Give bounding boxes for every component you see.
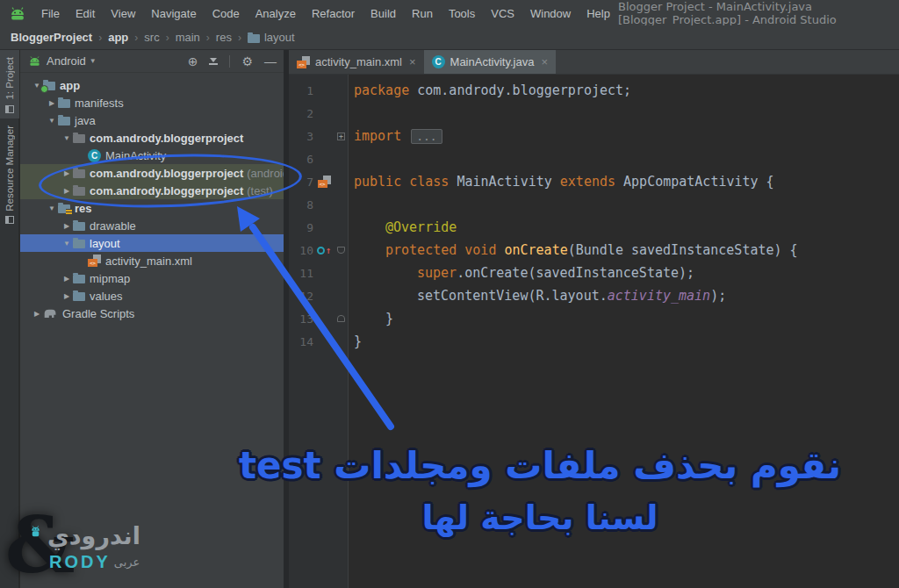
menu-file[interactable]: File bbox=[33, 7, 68, 20]
line-number: 7 bbox=[289, 176, 313, 189]
chevron-collapsed-icon[interactable]: ▶ bbox=[61, 222, 73, 230]
logo-arabic-small: عربى bbox=[114, 556, 140, 569]
res-folder-icon bbox=[58, 204, 70, 213]
code-token: activity_main bbox=[608, 288, 710, 304]
code-token: } bbox=[354, 333, 362, 349]
tree-item-java[interactable]: ▼java bbox=[20, 111, 284, 129]
chevron-expanded-icon[interactable]: ▼ bbox=[61, 134, 73, 142]
tree-item-app[interactable]: ▼app bbox=[20, 76, 284, 94]
tab-label: MainActivity.java bbox=[450, 55, 535, 68]
menu-view[interactable]: View bbox=[103, 7, 143, 20]
code-line-7: 7public class MainActivity extends AppCo… bbox=[289, 170, 899, 193]
app-module-folder-icon bbox=[43, 82, 55, 90]
menu-refactor[interactable]: Refactor bbox=[304, 7, 363, 20]
code-token: public class bbox=[354, 174, 457, 190]
fold-marker-icon[interactable] bbox=[337, 247, 345, 254]
menu-navigate[interactable]: Navigate bbox=[143, 7, 204, 20]
tree-item-res[interactable]: ▼res bbox=[20, 199, 284, 217]
code-text: super.onCreate(savedInstanceState); bbox=[348, 265, 694, 281]
tree-item-Gradle Scripts[interactable]: ▶Gradle Scripts bbox=[20, 305, 284, 322]
chevron-collapsed-icon[interactable]: ▶ bbox=[61, 292, 73, 300]
code-line-1: 1package com.andrody.bloggerproject; bbox=[289, 79, 899, 102]
chevron-expanded-icon[interactable]: ▼ bbox=[46, 117, 58, 125]
code-text: import ... bbox=[348, 128, 442, 144]
tool-window-button-1-project[interactable]: 1: Project bbox=[0, 50, 19, 118]
toolbar-separator bbox=[229, 55, 230, 68]
tree-item-activity_main-xml[interactable]: activity_main.xml bbox=[20, 252, 284, 269]
code-token: ); bbox=[710, 288, 726, 304]
tree-item-label: java bbox=[75, 114, 96, 127]
code-token: .onCreate(savedInstanceState); bbox=[457, 265, 694, 281]
chevron-collapsed-icon[interactable]: ▶ bbox=[61, 187, 73, 195]
tree-item-manifests[interactable]: ▶manifests bbox=[20, 94, 284, 111]
override-method-icon: ↑ bbox=[317, 246, 332, 255]
chevron-collapsed-icon[interactable]: ▶ bbox=[31, 310, 43, 318]
chevron-collapsed-icon[interactable]: ▶ bbox=[46, 99, 58, 107]
hide-panel-icon[interactable]: — bbox=[264, 55, 277, 68]
code-line-14: 14} bbox=[289, 330, 899, 353]
menu-run[interactable]: Run bbox=[404, 7, 441, 20]
window-title: Blogger Project - MainActivity.java [Blo… bbox=[618, 0, 859, 26]
menu-build[interactable]: Build bbox=[363, 7, 404, 20]
code-token: super bbox=[417, 265, 457, 281]
breadcrumb-item-res[interactable]: res bbox=[216, 31, 232, 44]
menu-code[interactable]: Code bbox=[205, 7, 248, 20]
menu-help[interactable]: Help bbox=[579, 7, 618, 20]
code-token: onCreate bbox=[504, 242, 567, 258]
fold-marker-icon[interactable]: + bbox=[337, 133, 345, 140]
breadcrumb-item-layout[interactable]: layout bbox=[248, 31, 295, 44]
chevron-collapsed-icon[interactable]: ▶ bbox=[61, 169, 73, 177]
code-text: } bbox=[348, 333, 362, 349]
view-selector[interactable]: Android bbox=[47, 54, 86, 68]
menu-window[interactable]: Window bbox=[522, 7, 579, 20]
tool-window-label: Resource Manager bbox=[4, 125, 15, 212]
tool-window-icon bbox=[5, 105, 14, 113]
editor-tab-MainActivity-java[interactable]: CMainActivity.java× bbox=[424, 50, 556, 74]
menu-tools[interactable]: Tools bbox=[441, 7, 483, 20]
tree-item-drawable[interactable]: ▶drawable bbox=[20, 217, 284, 234]
editor-tab-activity_main-xml[interactable]: activity_main.xml× bbox=[289, 50, 424, 74]
code-editor[interactable]: 1package com.andrody.bloggerproject;23+i… bbox=[289, 75, 899, 588]
breadcrumb-item-bloggerproject[interactable]: BloggerProject bbox=[11, 31, 92, 44]
fold-marker-icon[interactable] bbox=[337, 315, 345, 322]
collapse-all-icon[interactable] bbox=[209, 58, 218, 65]
tree-item-mipmap[interactable]: ▶mipmap bbox=[20, 269, 284, 287]
close-icon[interactable]: × bbox=[541, 55, 548, 68]
tree-item-values[interactable]: ▶values bbox=[20, 287, 284, 305]
chevron-down-icon: ▼ bbox=[90, 57, 97, 65]
code-line-2: 2 bbox=[289, 102, 899, 125]
chevron-collapsed-icon[interactable]: ▶ bbox=[61, 275, 73, 283]
close-icon[interactable]: × bbox=[409, 55, 416, 68]
project-tree: ▼app▶manifests▼java▼com.andrody.bloggerp… bbox=[20, 73, 284, 322]
tree-item-label: app bbox=[60, 79, 80, 92]
settings-icon[interactable]: ⚙ bbox=[241, 55, 253, 68]
code-token: setContentView(R.layout. bbox=[417, 288, 608, 304]
tool-window-button-resource-manager[interactable]: Resource Manager bbox=[0, 118, 19, 230]
chevron-expanded-icon[interactable]: ▼ bbox=[46, 204, 58, 212]
chevron-expanded-icon[interactable]: ▼ bbox=[61, 240, 73, 247]
tree-item-com-andrody-bloggerproject-androidTest[interactable]: ▶com.andrody.bloggerproject(androidTest) bbox=[20, 164, 284, 182]
code-text: } bbox=[348, 311, 393, 326]
tab-label: activity_main.xml bbox=[315, 55, 402, 68]
breadcrumb-item-main[interactable]: main bbox=[176, 31, 200, 44]
tree-item-com-andrody-bloggerproject[interactable]: ▼com.andrody.bloggerproject bbox=[20, 129, 284, 147]
tree-item-layout[interactable]: ▼layout bbox=[20, 234, 284, 252]
breadcrumb-item-src[interactable]: src bbox=[144, 31, 159, 44]
menu-analyze[interactable]: Analyze bbox=[248, 7, 304, 20]
menu-edit[interactable]: Edit bbox=[68, 7, 103, 20]
locate-file-icon[interactable]: ⊕ bbox=[188, 55, 198, 68]
tree-item-MainActivity[interactable]: CMainActivity bbox=[20, 147, 284, 164]
line-number: 9 bbox=[289, 221, 313, 234]
code-line-3: 3+import ... bbox=[289, 125, 899, 147]
tree-item-com-andrody-bloggerproject-test[interactable]: ▶com.andrody.bloggerproject(test) bbox=[20, 182, 284, 199]
line-number: 11 bbox=[289, 267, 313, 280]
tree-item-label: res bbox=[75, 202, 92, 215]
package-folder-icon bbox=[73, 134, 85, 143]
folder-icon bbox=[73, 275, 85, 283]
line-number: 14 bbox=[289, 335, 313, 348]
breadcrumb-item-app[interactable]: app bbox=[108, 31, 128, 44]
menu-vcs[interactable]: VCS bbox=[483, 7, 522, 20]
fold-slot: + bbox=[334, 133, 348, 140]
code-token: extends bbox=[560, 174, 623, 190]
folder-icon bbox=[58, 99, 70, 108]
